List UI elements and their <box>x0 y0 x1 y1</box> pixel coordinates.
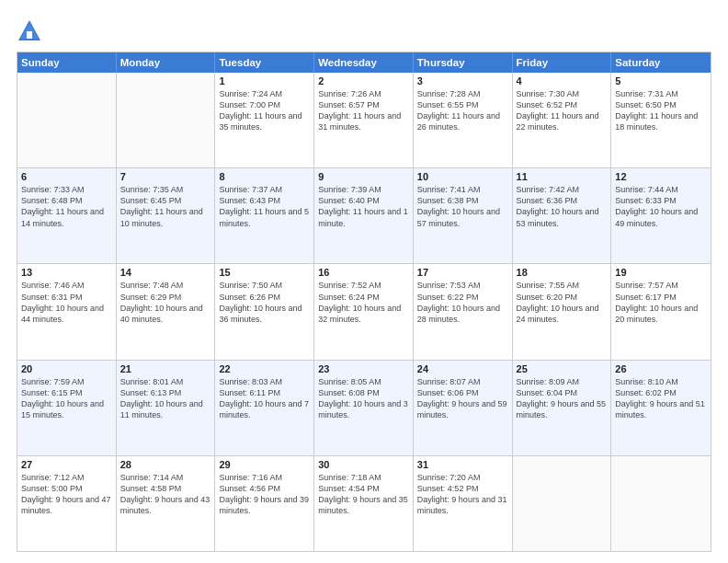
day-number: 31 <box>417 459 508 470</box>
cell-info: Sunrise: 7:41 AMSunset: 6:38 PMDaylight:… <box>417 184 508 229</box>
calendar-cell-r3c1: 21Sunrise: 8:01 AMSunset: 6:13 PMDayligh… <box>117 361 216 455</box>
header-day-saturday: Saturday <box>611 52 711 73</box>
cell-info: Sunrise: 7:35 AMSunset: 6:45 PMDaylight:… <box>120 184 211 229</box>
cell-info: Sunrise: 7:14 AMSunset: 4:58 PMDaylight:… <box>120 472 211 517</box>
calendar-cell-r1c0: 6Sunrise: 7:33 AMSunset: 6:48 PMDaylight… <box>17 168 117 263</box>
cell-info: Sunrise: 7:39 AMSunset: 6:40 PMDaylight:… <box>318 184 409 229</box>
day-number: 22 <box>219 363 310 374</box>
calendar-cell-r3c2: 22Sunrise: 8:03 AMSunset: 6:11 PMDayligh… <box>215 361 314 455</box>
day-number: 6 <box>21 171 112 182</box>
calendar-cell-r1c4: 10Sunrise: 7:41 AMSunset: 6:38 PMDayligh… <box>414 168 513 263</box>
calendar-header: SundayMondayTuesdayWednesdayThursdayFrid… <box>17 52 711 73</box>
calendar-cell-r2c0: 13Sunrise: 7:46 AMSunset: 6:31 PMDayligh… <box>17 264 117 359</box>
calendar-cell-r1c1: 7Sunrise: 7:35 AMSunset: 6:45 PMDaylight… <box>117 168 216 263</box>
cell-info: Sunrise: 8:09 AMSunset: 6:04 PMDaylight:… <box>517 376 608 421</box>
day-number: 30 <box>318 459 409 470</box>
day-number: 14 <box>120 267 211 278</box>
day-number: 9 <box>318 171 409 182</box>
day-number: 28 <box>120 459 211 470</box>
day-number: 29 <box>219 459 310 470</box>
calendar-cell-r4c3: 30Sunrise: 7:18 AMSunset: 4:54 PMDayligh… <box>314 456 414 551</box>
cell-info: Sunrise: 7:50 AMSunset: 6:26 PMDaylight:… <box>219 280 310 325</box>
logo-icon <box>17 18 42 44</box>
logo <box>17 18 46 44</box>
cell-info: Sunrise: 7:26 AMSunset: 6:57 PMDaylight:… <box>318 88 409 133</box>
header-day-monday: Monday <box>117 52 216 73</box>
day-number: 18 <box>517 267 608 278</box>
calendar-cell-r2c5: 18Sunrise: 7:55 AMSunset: 6:20 PMDayligh… <box>513 264 612 359</box>
calendar-cell-r3c6: 26Sunrise: 8:10 AMSunset: 6:02 PMDayligh… <box>611 361 711 455</box>
day-number: 21 <box>120 363 211 374</box>
day-number: 27 <box>21 459 112 470</box>
day-number: 24 <box>417 363 508 374</box>
calendar-cell-r3c5: 25Sunrise: 8:09 AMSunset: 6:04 PMDayligh… <box>513 361 612 455</box>
cell-info: Sunrise: 7:48 AMSunset: 6:29 PMDaylight:… <box>120 280 211 325</box>
cell-info: Sunrise: 7:37 AMSunset: 6:43 PMDaylight:… <box>219 184 310 229</box>
svg-rect-2 <box>27 31 32 39</box>
cell-info: Sunrise: 7:31 AMSunset: 6:50 PMDaylight:… <box>615 88 707 133</box>
header-day-wednesday: Wednesday <box>314 52 414 73</box>
calendar-cell-r4c6 <box>611 456 711 551</box>
cell-info: Sunrise: 7:28 AMSunset: 6:55 PMDaylight:… <box>417 88 508 133</box>
day-number: 25 <box>517 363 608 374</box>
calendar-cell-r4c2: 29Sunrise: 7:16 AMSunset: 4:56 PMDayligh… <box>215 456 314 551</box>
calendar-row-0: 1Sunrise: 7:24 AMSunset: 7:00 PMDaylight… <box>17 73 711 168</box>
calendar-cell-r1c2: 8Sunrise: 7:37 AMSunset: 6:43 PMDaylight… <box>215 168 314 263</box>
cell-info: Sunrise: 7:44 AMSunset: 6:33 PMDaylight:… <box>615 184 707 229</box>
header-day-thursday: Thursday <box>414 52 513 73</box>
cell-info: Sunrise: 7:30 AMSunset: 6:52 PMDaylight:… <box>517 88 608 133</box>
calendar-cell-r1c6: 12Sunrise: 7:44 AMSunset: 6:33 PMDayligh… <box>611 168 711 263</box>
calendar-cell-r0c4: 3Sunrise: 7:28 AMSunset: 6:55 PMDaylight… <box>414 73 513 167</box>
page: SundayMondayTuesdayWednesdayThursdayFrid… <box>0 0 728 563</box>
cell-info: Sunrise: 8:05 AMSunset: 6:08 PMDaylight:… <box>318 376 409 421</box>
header-day-tuesday: Tuesday <box>215 52 314 73</box>
calendar-row-4: 27Sunrise: 7:12 AMSunset: 5:00 PMDayligh… <box>17 456 711 551</box>
day-number: 8 <box>219 171 310 182</box>
calendar-cell-r0c6: 5Sunrise: 7:31 AMSunset: 6:50 PMDaylight… <box>611 73 711 167</box>
calendar-cell-r0c3: 2Sunrise: 7:26 AMSunset: 6:57 PMDaylight… <box>314 73 414 167</box>
calendar-cell-r4c5 <box>513 456 612 551</box>
cell-info: Sunrise: 7:53 AMSunset: 6:22 PMDaylight:… <box>417 280 508 325</box>
cell-info: Sunrise: 7:24 AMSunset: 7:00 PMDaylight:… <box>219 88 310 133</box>
day-number: 4 <box>517 75 608 86</box>
calendar-cell-r0c1 <box>117 73 216 167</box>
day-number: 19 <box>615 267 707 278</box>
day-number: 23 <box>318 363 409 374</box>
day-number: 5 <box>615 75 707 86</box>
calendar-cell-r2c4: 17Sunrise: 7:53 AMSunset: 6:22 PMDayligh… <box>414 264 513 359</box>
cell-info: Sunrise: 8:03 AMSunset: 6:11 PMDaylight:… <box>219 376 310 421</box>
calendar-cell-r0c2: 1Sunrise: 7:24 AMSunset: 7:00 PMDaylight… <box>215 73 314 167</box>
calendar-cell-r0c0 <box>17 73 117 167</box>
cell-info: Sunrise: 7:33 AMSunset: 6:48 PMDaylight:… <box>21 184 112 229</box>
cell-info: Sunrise: 7:57 AMSunset: 6:17 PMDaylight:… <box>615 280 707 325</box>
day-number: 26 <box>615 363 707 374</box>
cell-info: Sunrise: 7:18 AMSunset: 4:54 PMDaylight:… <box>318 472 409 517</box>
calendar-row-3: 20Sunrise: 7:59 AMSunset: 6:15 PMDayligh… <box>17 361 711 456</box>
calendar-cell-r2c2: 15Sunrise: 7:50 AMSunset: 6:26 PMDayligh… <box>215 264 314 359</box>
day-number: 7 <box>120 171 211 182</box>
day-number: 12 <box>615 171 707 182</box>
cell-info: Sunrise: 7:46 AMSunset: 6:31 PMDaylight:… <box>21 280 112 325</box>
cell-info: Sunrise: 7:16 AMSunset: 4:56 PMDaylight:… <box>219 472 310 517</box>
calendar-body: 1Sunrise: 7:24 AMSunset: 7:00 PMDaylight… <box>17 73 711 551</box>
cell-info: Sunrise: 8:07 AMSunset: 6:06 PMDaylight:… <box>417 376 508 421</box>
calendar-cell-r2c1: 14Sunrise: 7:48 AMSunset: 6:29 PMDayligh… <box>117 264 216 359</box>
calendar-cell-r1c3: 9Sunrise: 7:39 AMSunset: 6:40 PMDaylight… <box>314 168 414 263</box>
calendar-cell-r1c5: 11Sunrise: 7:42 AMSunset: 6:36 PMDayligh… <box>513 168 612 263</box>
calendar-cell-r0c5: 4Sunrise: 7:30 AMSunset: 6:52 PMDaylight… <box>513 73 612 167</box>
calendar-cell-r4c1: 28Sunrise: 7:14 AMSunset: 4:58 PMDayligh… <box>117 456 216 551</box>
cell-info: Sunrise: 7:55 AMSunset: 6:20 PMDaylight:… <box>517 280 608 325</box>
calendar-cell-r4c4: 31Sunrise: 7:20 AMSunset: 4:52 PMDayligh… <box>414 456 513 551</box>
calendar-cell-r3c4: 24Sunrise: 8:07 AMSunset: 6:06 PMDayligh… <box>414 361 513 455</box>
day-number: 13 <box>21 267 112 278</box>
calendar-row-1: 6Sunrise: 7:33 AMSunset: 6:48 PMDaylight… <box>17 168 711 264</box>
calendar-cell-r3c0: 20Sunrise: 7:59 AMSunset: 6:15 PMDayligh… <box>17 361 117 455</box>
calendar-row-2: 13Sunrise: 7:46 AMSunset: 6:31 PMDayligh… <box>17 264 711 360</box>
calendar-cell-r2c6: 19Sunrise: 7:57 AMSunset: 6:17 PMDayligh… <box>611 264 711 359</box>
header <box>17 15 711 44</box>
calendar-cell-r2c3: 16Sunrise: 7:52 AMSunset: 6:24 PMDayligh… <box>314 264 414 359</box>
cell-info: Sunrise: 7:20 AMSunset: 4:52 PMDaylight:… <box>417 472 508 517</box>
day-number: 20 <box>21 363 112 374</box>
cell-info: Sunrise: 8:10 AMSunset: 6:02 PMDaylight:… <box>615 376 707 421</box>
day-number: 3 <box>417 75 508 86</box>
